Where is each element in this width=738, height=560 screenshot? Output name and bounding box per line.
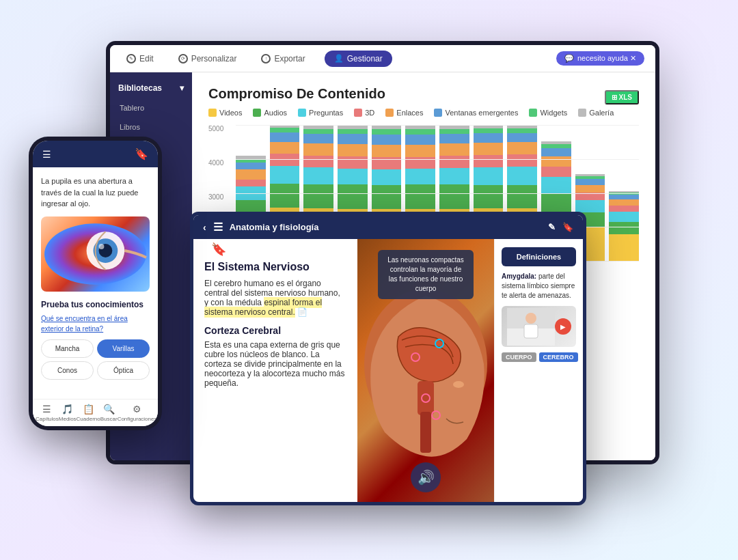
bar-segment (474, 128, 504, 133)
nav-edit[interactable]: ✎ Edit (121, 50, 159, 68)
brain-svg (357, 282, 494, 460)
bookmark-icon[interactable]: 🔖 (562, 222, 573, 232)
bottom-nav-buscar[interactable]: 🔍 Buscar (100, 404, 118, 422)
edit-pencil-icon[interactable]: ✎ (548, 222, 556, 232)
legend-dot-videos (208, 109, 217, 117)
mobile-options: Mancha Varillas Conos Óptica (41, 339, 150, 380)
capitulos-icon: ☰ (42, 404, 51, 415)
bar-segment (474, 143, 504, 155)
nav-exportar[interactable]: ↑ Exportar (256, 50, 310, 68)
nav-gestionar[interactable]: 👤 Gestionar (325, 51, 392, 67)
brain-panel: Las neuronas compactas controlan la mayo… (357, 239, 494, 502)
bottom-nav-configuraciones[interactable]: ⚙ Configuraciones (118, 404, 157, 422)
bar-segment (338, 129, 368, 134)
red-bookmark: 🔖 (211, 242, 226, 257)
gestionar-icon: 👤 (334, 54, 344, 63)
mobile-quiz-question[interactable]: Qué se encuentra en el área exterior de … (41, 313, 150, 334)
legend-dot-ventanas (434, 109, 442, 117)
bar-segment (575, 200, 605, 212)
sound-button[interactable]: 🔊 (411, 462, 441, 492)
bar-segment (541, 193, 571, 214)
bar-segment (474, 167, 504, 185)
bar-segment (372, 157, 402, 169)
bar-segment (541, 177, 571, 193)
legend-dot-galeria (578, 109, 586, 117)
option-conos[interactable]: Conos (41, 361, 94, 380)
bar-segment (303, 134, 333, 143)
legend-dot-3d (354, 109, 362, 117)
sidebar-item-libros[interactable]: Libros (110, 117, 192, 137)
definitions-header: Definiciones (502, 247, 576, 266)
hamburger-icon[interactable]: ☰ (42, 149, 51, 160)
note-icon: 📄 (297, 307, 308, 317)
definitions-panel: Definiciones Amygdala: parte del sistema… (494, 239, 583, 502)
legend-dot-enlaces (385, 109, 394, 117)
svg-point-16 (98, 244, 104, 249)
bar-segment (507, 142, 537, 154)
tablet-nav: ‹ ☰ Anatomia y fisiología ✎ 🔖 (193, 215, 583, 239)
mobile-nav: ☰ 🔖 (33, 141, 158, 167)
bar-segment (507, 133, 537, 143)
bar-segment (303, 143, 333, 156)
help-icon: 💬 (564, 54, 574, 63)
personalizar-icon: ⟳ (178, 54, 188, 64)
legend-ventanas: Ventanas emergentes (434, 109, 518, 117)
bar-segment (338, 156, 368, 169)
help-button[interactable]: 💬 necesito ayuda ✕ (556, 51, 644, 66)
option-varillas[interactable]: Varillas (97, 339, 150, 358)
svg-rect-11 (524, 324, 538, 338)
bottom-nav-cuaderno[interactable]: 📋 Cuaderno (77, 404, 100, 422)
bar-segment (575, 179, 605, 185)
xls-button[interactable]: ⊞ XLS (605, 90, 639, 104)
nav-personalizar[interactable]: ⟳ Personalizar (173, 50, 243, 68)
bar-segment (575, 193, 605, 200)
bar-segment (372, 169, 402, 185)
tag-row: CUERPO CEREBRO (502, 352, 576, 362)
option-mancha[interactable]: Mancha (41, 339, 94, 358)
section1-body: El cerebro humano es el órgano central d… (204, 279, 346, 317)
bar-segment (439, 156, 469, 168)
bar-segment (405, 184, 435, 209)
bar-segment (405, 169, 435, 184)
svg-point-7 (453, 381, 464, 388)
bar-segment (541, 167, 571, 177)
bar-segment (609, 206, 639, 212)
bottom-nav-medios[interactable]: 🎵 Medios (59, 404, 77, 422)
bar-segment (338, 169, 368, 185)
edit-icon: ✎ (126, 54, 136, 64)
menu-icon[interactable]: ☰ (213, 221, 223, 234)
bottom-nav-capitulos[interactable]: ☰ Capítulos (36, 404, 59, 422)
tablet-frame: ‹ ☰ Anatomia y fisiología ✎ 🔖 🔖 El Siste… (190, 212, 586, 505)
tag-cerebro[interactable]: CEREBRO (539, 352, 578, 362)
svg-rect-1 (418, 381, 434, 415)
sidebar-item-tablero[interactable]: Tablero (110, 98, 192, 117)
option-optica[interactable]: Óptica (97, 361, 150, 380)
bar-segment (338, 144, 368, 156)
bar-segment (405, 129, 435, 135)
legend-widgets: Widgets (529, 109, 567, 117)
legend-3d: 3D (354, 109, 374, 117)
bar-segment (270, 154, 300, 166)
sidebar-item-bibliotecas[interactable]: Bibliotecas ▾ (110, 78, 192, 98)
bar-segment (372, 129, 402, 135)
video-thumbnail[interactable]: ▶ (502, 306, 576, 347)
back-icon[interactable]: ‹ (203, 222, 206, 233)
bar-segment (541, 156, 571, 167)
section2-body: Esta es una capa externa de gris que cub… (204, 340, 346, 388)
bar-segment (372, 185, 402, 210)
play-button[interactable]: ▶ (555, 318, 571, 335)
tablet-content: El Sistema Nervioso El cerebro humano es… (193, 239, 583, 502)
mobile-bookmark-icon[interactable]: 🔖 (135, 148, 148, 160)
tag-cuerpo[interactable]: CUERPO (502, 352, 536, 362)
bar-segment (338, 134, 368, 144)
mobile-screen: ☰ 🔖 La pupila es una abertura a través d… (33, 141, 158, 426)
buscar-icon: 🔍 (103, 404, 115, 415)
legend-dot-audios (253, 109, 261, 117)
mobile-frame: ☰ 🔖 La pupila es una abertura a través d… (29, 137, 162, 430)
brain-image: Las neuronas compactas controlan la mayo… (357, 239, 494, 502)
bar-segment (303, 167, 333, 184)
chart-legend: Videos Audios Preguntas 3D (208, 109, 639, 117)
mobile-bottom-nav: ☰ Capítulos 🎵 Medios 📋 Cuaderno 🔍 Buscar… (33, 399, 158, 426)
bar-segment (270, 132, 300, 141)
bar-segment (236, 180, 266, 186)
